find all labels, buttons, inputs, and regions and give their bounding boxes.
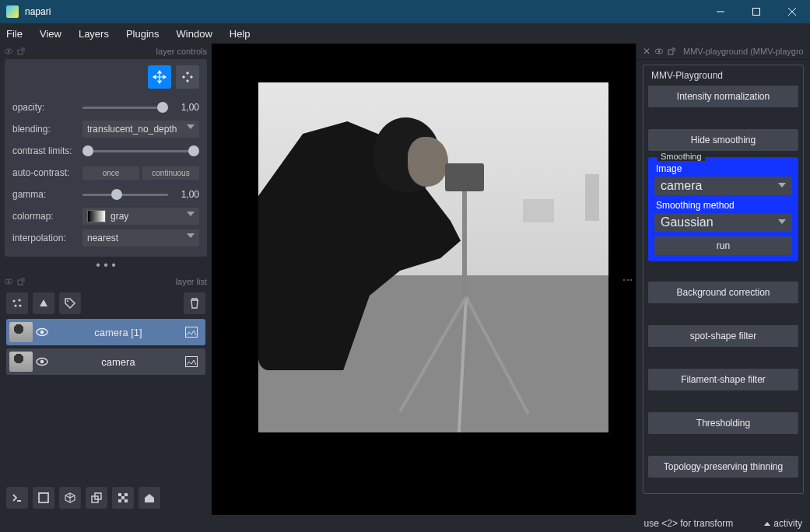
console-icon xyxy=(11,492,23,504)
transform-button[interactable] xyxy=(176,65,199,89)
chevron-down-icon xyxy=(778,219,786,224)
layer-thumbnail xyxy=(9,322,33,342)
new-labels-button[interactable] xyxy=(59,292,81,314)
layer-list-toolbar xyxy=(0,289,212,317)
auto-contrast-continuous-button[interactable]: continuous xyxy=(142,166,199,180)
auto-contrast-once-button[interactable]: once xyxy=(82,166,139,180)
eye-icon[interactable] xyxy=(5,47,12,55)
blending-select[interactable]: translucent_no_depth xyxy=(82,121,199,138)
menu-file[interactable]: File xyxy=(6,28,23,40)
gamma-slider[interactable] xyxy=(82,187,168,201)
activity-button[interactable]: activity xyxy=(773,518,802,529)
title-bar: napari xyxy=(0,0,810,23)
viewer-canvas[interactable]: ⋮ xyxy=(212,44,636,515)
interpolation-value: nearest xyxy=(87,233,118,243)
smoothing-legend: Smoothing xyxy=(657,152,705,161)
layer-item[interactable]: camera xyxy=(6,348,205,375)
hide-smoothing-button[interactable]: Hide smoothing xyxy=(648,129,798,151)
grid-button[interactable] xyxy=(112,487,134,509)
smoothing-method-select[interactable]: Gaussian xyxy=(654,213,792,232)
eye-icon[interactable] xyxy=(655,47,663,55)
maximize-button[interactable] xyxy=(738,0,774,23)
cube-icon xyxy=(64,492,76,504)
popout-icon[interactable] xyxy=(668,47,675,55)
layer-visibility-toggle[interactable] xyxy=(36,357,51,366)
thresholding-button[interactable]: Thresholding xyxy=(648,412,798,434)
intensity-normalization-button[interactable]: Intensity normalization xyxy=(648,86,798,107)
ndisplay-button[interactable] xyxy=(33,487,54,509)
svg-point-19 xyxy=(40,360,44,364)
eye-icon[interactable] xyxy=(5,278,12,285)
pan-zoom-button[interactable] xyxy=(148,65,171,89)
svg-point-5 xyxy=(8,51,10,53)
layer-thumbnail xyxy=(9,352,33,372)
svg-rect-21 xyxy=(39,493,48,502)
smoothing-image-label: Image xyxy=(656,163,792,174)
eye-icon xyxy=(36,327,48,337)
interpolation-label: interpolation: xyxy=(12,233,78,243)
spot-shape-filter-button[interactable]: spot-shape filter xyxy=(648,325,798,347)
menu-view[interactable]: View xyxy=(40,28,61,40)
dock-grip-icon[interactable]: ⋮ xyxy=(622,275,634,285)
menu-help[interactable]: Help xyxy=(230,28,251,40)
menu-bar: File View Layers Plugins Window Help xyxy=(0,23,810,44)
smoothing-image-select[interactable]: camera xyxy=(654,177,792,195)
colormap-swatch-icon xyxy=(87,210,106,222)
interpolation-select[interactable]: nearest xyxy=(82,229,199,247)
panel-drag-handle[interactable]: • • • xyxy=(0,257,212,274)
gamma-value: 1,00 xyxy=(173,189,199,200)
layer-item[interactable]: camera [1] xyxy=(6,319,205,345)
transpose-dims-button[interactable] xyxy=(86,487,107,509)
colormap-select[interactable]: gray xyxy=(82,208,199,225)
topology-thinning-button[interactable]: Topology-preserving thinning xyxy=(648,456,798,478)
roll-dims-button[interactable] xyxy=(59,487,81,509)
contrast-limits-slider[interactable] xyxy=(82,144,199,158)
transpose-icon xyxy=(90,492,103,504)
new-points-button[interactable] xyxy=(6,292,28,314)
svg-point-11 xyxy=(18,299,20,301)
app-logo-icon xyxy=(6,5,19,18)
svg-rect-26 xyxy=(124,493,128,496)
menu-plugins[interactable]: Plugins xyxy=(126,28,160,40)
smoothing-image-value: camera xyxy=(661,179,702,193)
image-layer-icon xyxy=(185,356,205,367)
svg-point-14 xyxy=(67,300,68,302)
layer-name: camera xyxy=(51,356,185,368)
close-icon xyxy=(788,8,796,16)
svg-rect-9 xyxy=(18,280,23,285)
new-shapes-button[interactable] xyxy=(33,292,54,314)
svg-point-16 xyxy=(40,331,44,334)
console-button[interactable] xyxy=(6,487,28,509)
opacity-label: opacity: xyxy=(12,102,78,113)
chevron-down-icon xyxy=(187,212,195,216)
chevron-down-icon xyxy=(187,124,195,129)
minimize-icon xyxy=(717,8,724,16)
home-icon xyxy=(143,492,156,504)
menu-window[interactable]: Window xyxy=(177,28,212,40)
home-button[interactable] xyxy=(139,487,160,509)
background-correction-button[interactable]: Background correction xyxy=(648,282,798,303)
contrast-limits-label: contrast limits: xyxy=(12,145,78,156)
delete-layer-button[interactable] xyxy=(184,292,205,314)
popout-icon[interactable] xyxy=(17,47,25,55)
plugin-title: MMV-Playground xyxy=(651,70,798,81)
menu-layers[interactable]: Layers xyxy=(79,28,109,40)
smoothing-run-button[interactable]: run xyxy=(654,236,792,255)
close-button[interactable] xyxy=(774,0,810,23)
svg-rect-6 xyxy=(18,50,23,54)
svg-rect-24 xyxy=(118,493,121,496)
blending-label: blending: xyxy=(12,124,78,135)
svg-point-8 xyxy=(8,281,10,283)
popout-icon[interactable] xyxy=(17,278,25,285)
points-icon xyxy=(11,297,23,310)
minimize-button[interactable] xyxy=(703,0,738,23)
image-layer-icon xyxy=(185,327,205,338)
opacity-value: 1,00 xyxy=(173,102,199,113)
layer-visibility-toggle[interactable] xyxy=(36,327,51,337)
opacity-slider[interactable] xyxy=(82,100,168,114)
filament-shape-filter-button[interactable]: Filament-shape filter xyxy=(648,369,798,390)
layer-controls-panel: opacity: 1,00 blending: translucent_no_d… xyxy=(5,59,207,257)
dock-close-icon[interactable]: ✕ xyxy=(643,46,650,57)
blending-value: translucent_no_depth xyxy=(87,124,177,135)
grid-icon xyxy=(117,492,129,504)
